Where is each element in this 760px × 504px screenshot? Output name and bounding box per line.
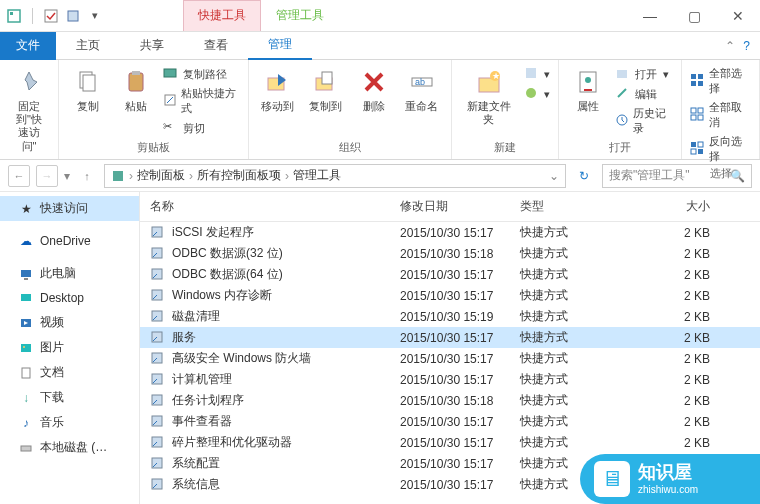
file-row[interactable]: iSCSI 发起程序2015/10/30 15:17快捷方式2 KB	[140, 222, 760, 243]
new-group-label: 新建	[460, 138, 550, 155]
paste-shortcut-button[interactable]: 粘贴快捷方式	[163, 86, 240, 116]
properties-qat-icon[interactable]	[65, 8, 81, 24]
delete-icon	[358, 66, 390, 98]
tab-share[interactable]: 共享	[120, 32, 184, 60]
shortcut-file-icon	[150, 414, 166, 430]
select-invert-button[interactable]: 反向选择	[690, 134, 751, 164]
tab-shortcut-tools[interactable]: 快捷工具	[183, 0, 261, 31]
breadcrumb[interactable]: › 控制面板 › 所有控制面板项 › 管理工具 ⌄	[104, 164, 566, 188]
copy-button[interactable]: 复制	[67, 64, 109, 115]
svg-rect-32	[691, 142, 696, 147]
sidebar-item-documents[interactable]: 文档	[0, 360, 139, 385]
move-to-button[interactable]: 移动到	[257, 64, 299, 115]
paste-button[interactable]: 粘贴	[115, 64, 157, 115]
file-row[interactable]: 碎片整理和优化驱动器2015/10/30 15:17快捷方式2 KB	[140, 432, 760, 453]
maximize-button[interactable]: ▢	[672, 2, 716, 30]
new-folder-button[interactable]: ★ 新建文件夹	[460, 64, 518, 128]
svg-rect-34	[698, 142, 703, 147]
svg-text:ab: ab	[415, 77, 425, 87]
file-menu[interactable]: 文件	[0, 32, 56, 60]
help-icon[interactable]: ?	[743, 39, 750, 53]
svg-point-42	[23, 346, 25, 348]
sidebar-item-downloads[interactable]: ↓下载	[0, 385, 139, 410]
history-button[interactable]: 历史记录	[615, 106, 673, 136]
forward-button[interactable]: →	[36, 165, 58, 187]
file-row[interactable]: 服务2015/10/30 15:17快捷方式2 KB	[140, 327, 760, 348]
sidebar-item-pictures[interactable]: 图片	[0, 335, 139, 360]
select-none-button[interactable]: 全部取消	[690, 100, 751, 130]
watermark-badge: 🖥 知识屋 zhishiwu.com	[580, 454, 760, 504]
sidebar-item-quickaccess[interactable]: ★快速访问	[0, 196, 139, 221]
tab-manage[interactable]: 管理	[248, 32, 312, 60]
shortcut-file-icon	[150, 393, 166, 409]
sidebar-item-music[interactable]: ♪音乐	[0, 410, 139, 435]
file-row[interactable]: 高级安全 Windows 防火墙2015/10/30 15:17快捷方式2 KB	[140, 348, 760, 369]
recent-dropdown-icon[interactable]: ▾	[64, 169, 70, 183]
minimize-button[interactable]: —	[628, 2, 672, 30]
svg-rect-5	[83, 75, 95, 91]
shortcut-icon	[163, 93, 177, 109]
breadcrumb-part[interactable]: 管理工具	[293, 167, 341, 184]
chevron-down-icon[interactable]: ▾	[87, 8, 103, 24]
file-row[interactable]: 磁盘清理2015/10/30 15:19快捷方式2 KB	[140, 306, 760, 327]
file-row[interactable]: 计算机管理2015/10/30 15:17快捷方式2 KB	[140, 369, 760, 390]
cut-button[interactable]: ✂剪切	[163, 120, 240, 136]
open-icon	[615, 66, 631, 82]
checkbox-icon[interactable]	[43, 8, 59, 24]
shortcut-file-icon	[150, 435, 166, 451]
refresh-button[interactable]: ↻	[572, 164, 596, 188]
new-item-button[interactable]: ▾	[524, 66, 550, 82]
select-all-button[interactable]: 全部选择	[690, 66, 751, 96]
close-button[interactable]: ✕	[716, 2, 760, 30]
edit-icon	[615, 86, 631, 102]
pin-quickaccess-button[interactable]: 固定到"快速访问"	[8, 64, 50, 155]
up-button[interactable]: ↑	[76, 165, 98, 187]
copy-path-button[interactable]: 复制路径	[163, 66, 240, 82]
context-tabs: 快捷工具 管理工具	[183, 0, 339, 31]
svg-rect-29	[698, 108, 703, 113]
sidebar-item-desktop[interactable]: Desktop	[0, 286, 139, 310]
tab-view[interactable]: 查看	[184, 32, 248, 60]
search-input[interactable]: 搜索"管理工具" 🔍	[602, 164, 752, 188]
open-button[interactable]: 打开▾	[615, 66, 673, 82]
properties-button[interactable]: 属性	[567, 64, 609, 115]
tab-home[interactable]: 主页	[56, 32, 120, 60]
svg-rect-41	[21, 344, 31, 352]
sidebar-item-onedrive[interactable]: ☁OneDrive	[0, 229, 139, 253]
copy-to-button[interactable]: 复制到	[305, 64, 347, 115]
column-type[interactable]: 类型	[520, 198, 640, 215]
back-button[interactable]: ←	[8, 165, 30, 187]
file-row[interactable]: 任务计划程序2015/10/30 15:18快捷方式2 KB	[140, 390, 760, 411]
column-size[interactable]: 大小	[640, 198, 710, 215]
column-date[interactable]: 修改日期	[400, 198, 520, 215]
sidebar-item-localdisk[interactable]: 本地磁盘 (…	[0, 435, 139, 460]
rename-button[interactable]: ab 重命名	[401, 64, 443, 115]
ribbon-expand-icon[interactable]: ⌃	[725, 39, 735, 53]
delete-button[interactable]: 删除	[353, 64, 395, 115]
clipboard-group-label: 剪贴板	[67, 138, 240, 155]
file-row[interactable]: Windows 内存诊断2015/10/30 15:17快捷方式2 KB	[140, 285, 760, 306]
file-row[interactable]: 事件查看器2015/10/30 15:17快捷方式2 KB	[140, 411, 760, 432]
svg-rect-33	[698, 149, 703, 154]
breadcrumb-part[interactable]: 所有控制面板项	[197, 167, 281, 184]
easy-access-button[interactable]: ▾	[524, 86, 550, 102]
shortcut-file-icon	[150, 246, 166, 262]
edit-button[interactable]: 编辑	[615, 86, 673, 102]
svg-rect-28	[691, 108, 696, 113]
file-row[interactable]: ODBC 数据源(64 位)2015/10/30 15:17快捷方式2 KB	[140, 264, 760, 285]
svg-rect-1	[10, 12, 13, 15]
sidebar-item-videos[interactable]: 视频	[0, 310, 139, 335]
music-icon: ♪	[18, 415, 34, 431]
breadcrumb-root-icon	[111, 169, 125, 183]
move-icon	[262, 66, 294, 98]
sidebar-item-thispc[interactable]: 此电脑	[0, 261, 139, 286]
breadcrumb-part[interactable]: 控制面板	[137, 167, 185, 184]
svg-rect-24	[691, 74, 696, 79]
titlebar: ▾ 快捷工具 管理工具 — ▢ ✕	[0, 0, 760, 32]
shortcut-file-icon	[150, 288, 166, 304]
column-name[interactable]: 名称	[150, 198, 400, 215]
file-row[interactable]: ODBC 数据源(32 位)2015/10/30 15:18快捷方式2 KB	[140, 243, 760, 264]
tab-mgmt-tools[interactable]: 管理工具	[261, 0, 339, 31]
paste-icon	[120, 66, 152, 98]
breadcrumb-dropdown-icon[interactable]: ⌄	[549, 169, 559, 183]
